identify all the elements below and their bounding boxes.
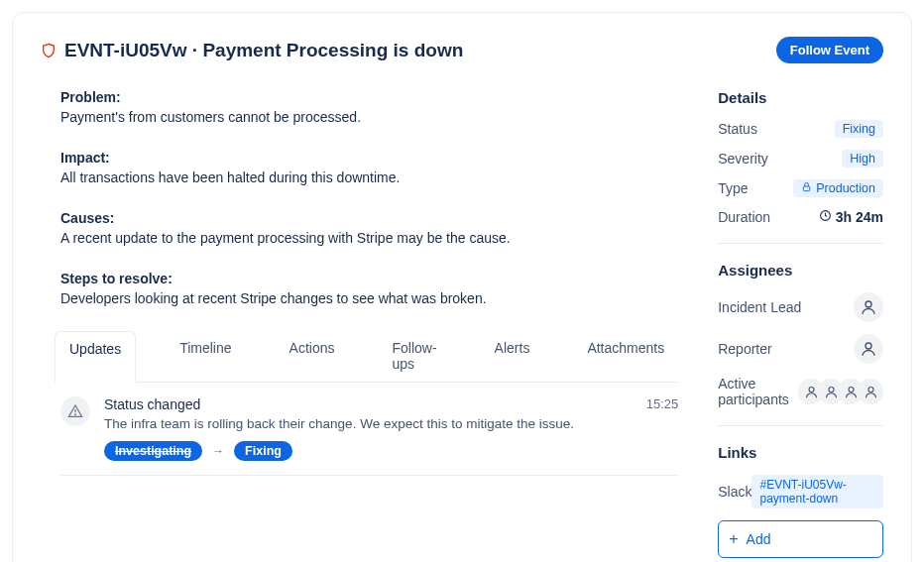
problem-label: Problem: — [60, 89, 678, 105]
sidebar: Details Status Fixing Severity High Type… — [718, 89, 883, 558]
update-time: 15:25 — [646, 396, 679, 461]
add-label: Add — [747, 531, 771, 547]
event-id: EVNT-iU05Vw — [64, 40, 187, 60]
avatar[interactable] — [854, 292, 883, 322]
slack-label: Slack — [718, 484, 751, 500]
svg-point-5 — [866, 343, 871, 349]
main-column: Problem: Payment's from customers cannot… — [41, 89, 678, 558]
duration-value: 3h 24m — [819, 209, 883, 225]
steps-text: Developers looking at recent Stripe chan… — [60, 288, 678, 309]
shield-icon — [41, 42, 57, 59]
detail-row-reporter: Reporter — [718, 334, 883, 364]
detail-row-slack: Slack #EVNT-iU05Vw-payment-down — [718, 475, 883, 508]
detail-row-lead: Incident Lead — [718, 292, 883, 322]
steps-label: Steps to resolve: — [60, 271, 678, 286]
incident-lead-label: Incident Lead — [718, 299, 801, 315]
title-wrap: EVNT-iU05Vw · Payment Processing is down — [41, 40, 463, 61]
add-link-button[interactable]: + Add — [718, 520, 883, 558]
svg-point-8 — [849, 387, 854, 392]
incident-card: EVNT-iU05Vw · Payment Processing is down… — [12, 12, 912, 562]
svg-rect-2 — [804, 186, 810, 191]
causes-label: Causes: — [60, 210, 678, 226]
lock-icon — [801, 181, 812, 195]
type-badge[interactable]: Production — [793, 179, 883, 197]
divider — [718, 425, 883, 426]
header: EVNT-iU05Vw · Payment Processing is down… — [41, 37, 883, 63]
event-title: Payment Processing is down — [202, 40, 463, 60]
slack-channel-link[interactable]: #EVNT-iU05Vw-payment-down — [751, 475, 883, 508]
arrow-right-icon: → — [212, 444, 224, 458]
duration-text: 3h 24m — [836, 209, 883, 225]
type-label: Type — [718, 180, 748, 196]
divider — [718, 243, 883, 244]
detail-row-status: Status Fixing — [718, 120, 883, 138]
causes-text: A recent update to the payment processin… — [60, 228, 678, 249]
update-title: Status changed — [104, 396, 646, 412]
avatar[interactable] — [854, 334, 883, 364]
tabs: Updates Timeline Actions Follow-ups Aler… — [55, 331, 678, 383]
plus-icon: + — [729, 531, 738, 547]
title-separator: · — [192, 40, 197, 60]
impact-label: Impact: — [60, 150, 678, 166]
svg-point-4 — [866, 301, 871, 307]
status-badge[interactable]: Fixing — [835, 120, 883, 138]
status-from-pill: Investigating — [104, 441, 202, 461]
detail-row-severity: Severity High — [718, 150, 883, 168]
tab-actions[interactable]: Actions — [276, 331, 349, 382]
status-transition: Investigating → Fixing — [104, 441, 646, 461]
details-heading: Details — [718, 89, 883, 106]
reporter-label: Reporter — [718, 341, 771, 357]
update-row: Status changed The infra team is rolling… — [60, 383, 678, 476]
severity-badge[interactable]: High — [842, 150, 883, 168]
alert-icon — [60, 396, 90, 426]
severity-label: Severity — [718, 151, 768, 167]
problem-text: Payment's from customers cannot be proce… — [60, 107, 678, 128]
svg-point-7 — [829, 387, 834, 392]
follow-event-button[interactable]: Follow Event — [776, 37, 883, 63]
update-description: The infra team is rolling back their cha… — [104, 416, 646, 431]
svg-point-6 — [809, 387, 814, 392]
detail-row-participants: Active participants — [718, 376, 883, 407]
assignees-heading: Assignees — [718, 262, 883, 279]
page-title: EVNT-iU05Vw · Payment Processing is down — [64, 40, 463, 61]
tab-alerts[interactable]: Alerts — [481, 331, 544, 382]
type-value: Production — [816, 181, 875, 195]
tab-updates[interactable]: Updates — [55, 331, 136, 383]
clock-icon — [819, 209, 832, 225]
duration-label: Duration — [718, 209, 770, 225]
status-label: Status — [718, 121, 757, 137]
tab-attachments[interactable]: Attachments — [573, 331, 678, 382]
svg-point-9 — [868, 387, 873, 392]
body: Problem: Payment's from customers cannot… — [41, 89, 883, 558]
status-to-pill: Fixing — [234, 441, 292, 461]
avatar[interactable] — [858, 379, 883, 404]
detail-row-duration: Duration 3h 24m — [718, 209, 883, 225]
tab-timeline[interactable]: Timeline — [166, 331, 245, 382]
avatar-group[interactable] — [798, 379, 883, 404]
svg-point-1 — [75, 414, 76, 415]
detail-row-type: Type Production — [718, 179, 883, 197]
update-body: Status changed The infra team is rolling… — [104, 396, 646, 461]
tab-followups[interactable]: Follow-ups — [378, 331, 450, 382]
participants-label: Active participants — [718, 376, 798, 407]
impact-text: All transactions have been halted during… — [60, 168, 678, 188]
links-heading: Links — [718, 444, 883, 461]
